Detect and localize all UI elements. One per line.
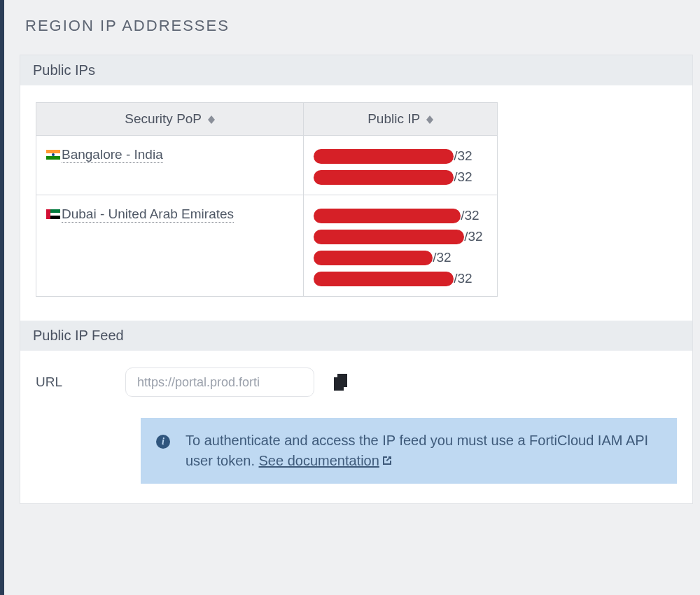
public-ip-feed-header: Public IP Feed [20, 321, 692, 351]
col-header-label: Security PoP [125, 111, 201, 126]
redacted-ip [314, 230, 464, 244]
svg-rect-7 [338, 374, 346, 386]
col-header-public-ip[interactable]: Public IP [304, 103, 498, 136]
svg-marker-1 [208, 120, 215, 124]
uae-flag-icon [46, 209, 60, 219]
india-flag-icon [46, 150, 60, 160]
see-documentation-link[interactable]: See documentation [259, 453, 393, 468]
ip-cell: /32/32/32/32 [304, 195, 498, 297]
public-ips-table: Security PoP Public IP [36, 102, 498, 297]
page-title: REGION IP ADDRESSES [4, 17, 700, 49]
ip-suffix: /32 [454, 169, 472, 185]
info-text-container: To authenticate and access the IP feed y… [186, 430, 659, 471]
redacted-ip [314, 272, 454, 286]
redacted-ip [314, 251, 433, 265]
redacted-ip [314, 149, 454, 164]
public-ips-header: Public IPs [20, 55, 692, 85]
redacted-ip [314, 209, 461, 223]
info-banner: i To authenticate and access the IP feed… [141, 418, 677, 484]
sort-icon [208, 115, 215, 124]
pop-cell: Bangalore - India [36, 136, 304, 195]
info-icon: i [156, 435, 170, 449]
external-link-icon [381, 454, 393, 467]
pop-label: Bangalore - India [62, 147, 163, 163]
public-ips-tbody: Bangalore - India/32/32Dubai - United Ar… [36, 136, 498, 297]
col-header-label: Public IP [368, 111, 420, 126]
pop-label: Dubai - United Arab Emirates [62, 206, 234, 223]
ip-cell: /32/32 [304, 136, 498, 195]
ip-line: /32 [314, 271, 487, 286]
sort-icon [426, 115, 433, 124]
info-text: To authenticate and access the IP feed y… [186, 433, 648, 468]
table-row: Dubai - United Arab Emirates/32/32/32/32 [36, 195, 498, 297]
ip-line: /32 [314, 169, 487, 185]
url-input[interactable] [125, 368, 314, 397]
ip-suffix: /32 [461, 208, 479, 223]
copy-icon [334, 374, 349, 391]
ip-suffix: /32 [464, 229, 482, 244]
ip-line: /32 [314, 148, 487, 164]
svg-marker-3 [426, 120, 433, 124]
ip-suffix: /32 [454, 271, 472, 286]
public-ips-body: Security PoP Public IP [20, 85, 692, 321]
copy-button[interactable] [334, 374, 349, 391]
region-ip-card: Public IPs Security PoP Public IP [20, 55, 693, 504]
pop-cell: Dubai - United Arab Emirates [36, 195, 304, 297]
ip-line: /32 [314, 208, 487, 223]
table-row: Bangalore - India/32/32 [36, 136, 498, 195]
redacted-ip [314, 170, 454, 185]
url-label: URL [36, 374, 106, 390]
public-ip-feed-body: URL i To authenticate and access the IP … [20, 351, 692, 503]
ip-suffix: /32 [433, 250, 451, 265]
ip-line: /32 [314, 250, 487, 265]
ip-suffix: /32 [454, 148, 472, 164]
col-header-security-pop[interactable]: Security PoP [36, 103, 304, 136]
ip-line: /32 [314, 229, 487, 244]
